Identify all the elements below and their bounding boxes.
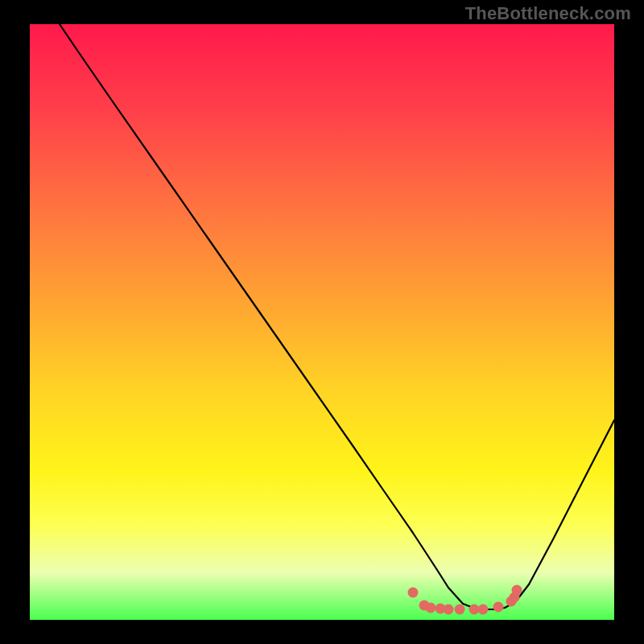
marker-group bbox=[408, 585, 522, 615]
plot-area bbox=[30, 24, 614, 620]
curve-layer bbox=[30, 24, 614, 620]
bottleneck-curve bbox=[60, 24, 614, 609]
curve-marker bbox=[493, 602, 504, 613]
curve-marker bbox=[455, 605, 465, 615]
curve-marker bbox=[408, 588, 419, 598]
curve-marker bbox=[426, 603, 436, 613]
chart-frame: TheBottleneck.com bbox=[0, 0, 644, 644]
curve-marker bbox=[478, 605, 489, 615]
curve-marker bbox=[512, 585, 522, 596]
attribution-label: TheBottleneck.com bbox=[465, 3, 631, 24]
curve-marker bbox=[444, 605, 454, 615]
